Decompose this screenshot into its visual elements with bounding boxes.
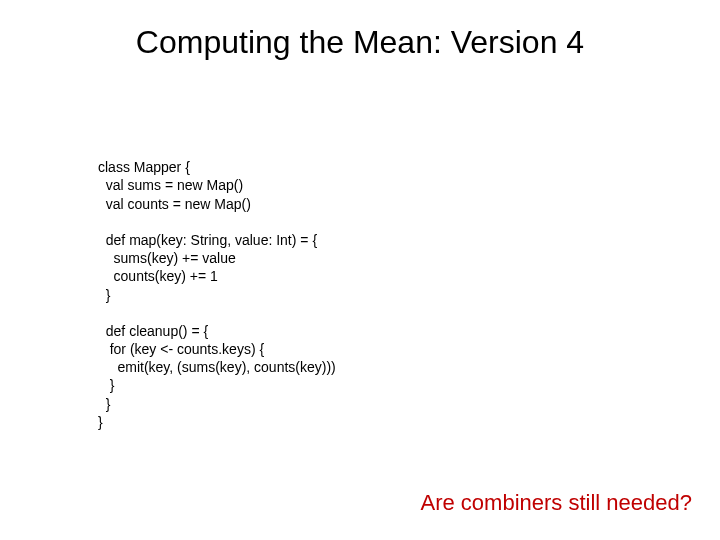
code-line: for (key <- counts.keys) { — [98, 341, 264, 357]
code-line: emit(key, (sums(key), counts(key))) — [98, 359, 336, 375]
code-line: val counts = new Map() — [98, 196, 251, 212]
code-line: def map(key: String, value: Int) = { — [98, 232, 317, 248]
code-line: sums(key) += value — [98, 250, 236, 266]
code-line: } — [98, 414, 103, 430]
code-line: } — [98, 287, 110, 303]
code-line: def cleanup() = { — [98, 323, 208, 339]
footnote-text: Are combiners still needed? — [421, 490, 692, 516]
code-line: } — [98, 377, 114, 393]
code-block: class Mapper { val sums = new Map() val … — [98, 140, 336, 431]
code-line: class Mapper { — [98, 159, 190, 175]
code-line: counts(key) += 1 — [98, 268, 218, 284]
slide-title: Computing the Mean: Version 4 — [0, 24, 720, 61]
slide: Computing the Mean: Version 4 class Mapp… — [0, 0, 720, 540]
code-line: } — [98, 396, 110, 412]
code-line: val sums = new Map() — [98, 177, 243, 193]
